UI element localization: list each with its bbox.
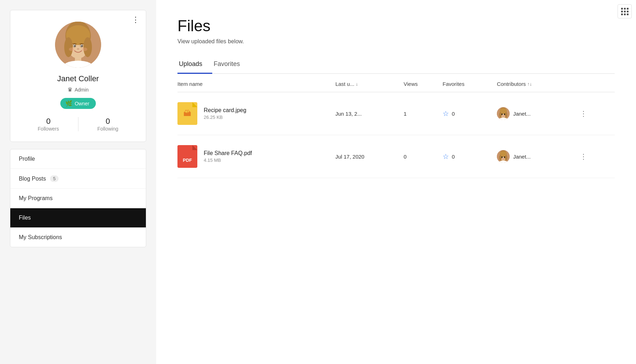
main-content: Files View uploaded files below. Uploads…: [156, 0, 636, 364]
sort-both-icon: ↑↓: [527, 81, 532, 87]
admin-badge: ♛ Admin: [67, 86, 89, 93]
contributors-cell: Janet...: [497, 92, 577, 135]
blog-posts-badge: 5: [50, 175, 58, 182]
contributor-avatar-img: [497, 107, 510, 120]
row-menu-button[interactable]: ⋮: [577, 151, 591, 161]
leaf-icon: 🌿: [65, 100, 72, 107]
profile-more-button[interactable]: ⋮: [132, 16, 140, 24]
views-cell: 0: [404, 135, 443, 178]
file-meta: Recipe card.jpeg 26.25 KB: [204, 107, 246, 120]
sidebar-item-profile[interactable]: Profile: [10, 149, 146, 169]
pdf-label: PDF: [183, 158, 192, 163]
contributor-avatar: [497, 107, 510, 120]
svg-point-12: [77, 48, 79, 50]
sidebar-item-my-subscriptions[interactable]: My Subscriptions: [10, 228, 146, 247]
svg-point-32: [505, 155, 507, 161]
svg-point-33: [501, 156, 503, 158]
followers-stat[interactable]: 0 Followers: [19, 117, 78, 132]
svg-point-21: [499, 112, 501, 118]
col-last-updated[interactable]: Last u... ↓: [335, 74, 404, 92]
sidebar-item-files[interactable]: Files: [10, 208, 146, 228]
page-subtitle: View uploaded files below.: [177, 38, 615, 45]
file-icon-jpeg: 🏔: [177, 102, 197, 125]
tab-favorites[interactable]: Favorites: [212, 56, 250, 74]
last-updated-cell: Jul 17, 2020: [335, 135, 404, 178]
svg-point-5: [83, 37, 92, 57]
files-table: Item name Last u... ↓ Views Favorites: [177, 74, 615, 178]
col-actions: [577, 74, 615, 92]
grid-icon-button[interactable]: [618, 4, 632, 18]
contributor-avatar: [497, 150, 510, 163]
col-favorites: Favorites: [443, 74, 497, 92]
favorites-cell: ☆ 0: [443, 135, 497, 178]
stats-row: 0 Followers 0 Following: [19, 117, 137, 132]
file-name-cell: PDF File Share FAQ.pdf 4.15 MB: [177, 135, 335, 178]
contributors-cell: Janet...: [497, 135, 577, 178]
owner-badge: 🌿 Owner: [60, 98, 95, 109]
table-row: PDF File Share FAQ.pdf 4.15 MB Jul 17, 2…: [177, 135, 615, 178]
grid-icon: [621, 8, 629, 15]
avatar: [55, 22, 101, 68]
table-row: 🏔 Recipe card.jpeg 26.25 KB Jun 13, 2...…: [177, 92, 615, 135]
col-views: Views: [404, 74, 443, 92]
tabs-container: Uploads Favorites: [177, 56, 615, 74]
svg-point-23: [501, 114, 503, 115]
nav-menu: Profile Blog Posts 5 My Programs Files M…: [10, 149, 146, 247]
svg-point-22: [505, 112, 507, 118]
svg-point-16: [82, 48, 87, 51]
svg-point-11: [81, 45, 83, 47]
svg-point-10: [74, 45, 76, 47]
svg-point-4: [64, 37, 73, 57]
crown-icon: ♛: [67, 86, 72, 93]
col-contributors[interactable]: Contributors ↑↓: [497, 74, 577, 92]
last-updated-cell: Jun 13, 2...: [335, 92, 404, 135]
row-actions-cell: ⋮: [577, 92, 615, 135]
row-actions-cell: ⋮: [577, 135, 615, 178]
row-menu-button[interactable]: ⋮: [577, 109, 591, 118]
svg-point-34: [504, 156, 505, 158]
svg-point-24: [504, 114, 505, 115]
favorites-cell: ☆ 0: [443, 92, 497, 135]
views-cell: 1: [404, 92, 443, 135]
tab-uploads[interactable]: Uploads: [177, 56, 212, 74]
file-meta: File Share FAQ.pdf 4.15 MB: [204, 150, 252, 163]
page-title: Files: [177, 17, 615, 35]
user-name: Janet Coller: [57, 74, 99, 83]
star-icon[interactable]: ☆: [443, 109, 449, 118]
following-stat[interactable]: 0 Following: [78, 117, 138, 132]
sidebar-item-blog-posts[interactable]: Blog Posts 5: [10, 169, 146, 189]
file-icon-pdf: PDF: [177, 145, 197, 168]
star-icon[interactable]: ☆: [443, 152, 449, 161]
contributor-avatar-img: [497, 150, 510, 163]
svg-point-31: [499, 155, 501, 161]
avatar-image: [55, 22, 101, 68]
image-icon: 🏔: [183, 109, 191, 118]
svg-point-15: [69, 48, 75, 51]
sidebar-item-my-programs[interactable]: My Programs: [10, 189, 146, 208]
sort-down-icon: ↓: [356, 81, 358, 87]
profile-card: ⋮: [10, 10, 146, 142]
col-item-name: Item name: [177, 74, 335, 92]
file-name-cell: 🏔 Recipe card.jpeg 26.25 KB: [177, 92, 335, 135]
